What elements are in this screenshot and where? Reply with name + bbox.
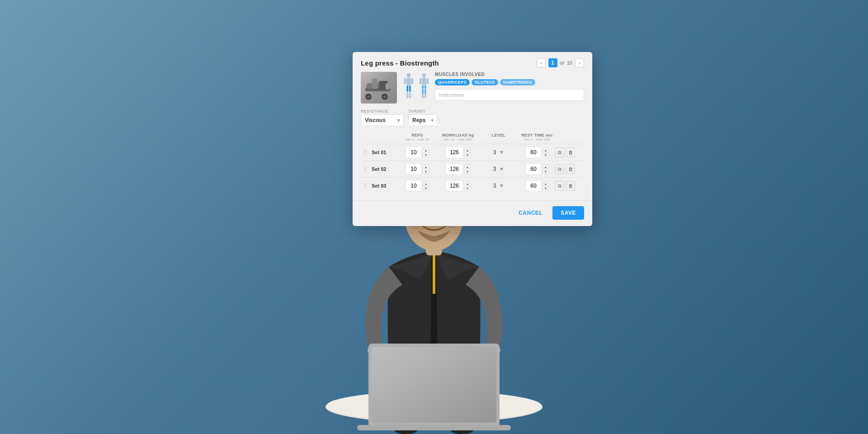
reps-btns-2: ▲ ▼ [423,165,429,174]
target-wrapper[interactable]: Reps Time [408,114,437,126]
set-row-2: ⠿ Set 02 10 ▲ ▼ 126 ▲ ▼ 3 ▼ 60 ▲ ▼ [361,160,584,177]
svg-rect-34 [422,78,426,85]
svg-rect-35 [420,78,422,84]
duplicate-btn-1[interactable]: ⧉ [555,147,564,157]
svg-rect-39 [422,89,424,94]
delete-btn-3[interactable]: 🗑 [566,181,575,191]
svg-rect-42 [425,94,426,98]
resistance-label: Resistance [361,109,404,113]
svg-rect-26 [406,78,410,85]
rest-spinner-1: 60 ▲ ▼ [519,146,555,158]
svg-rect-27 [404,78,406,84]
muscles-panel: Muscles involved QUADRICEPS GLUTEUS HAMS… [402,72,584,101]
svg-rect-37 [422,85,424,89]
exercise-image-inner [361,72,397,104]
svg-rect-38 [425,85,426,89]
workload-up-1[interactable]: ▲ [464,148,471,152]
reps-up-3[interactable]: ▲ [423,181,429,186]
rest-down-1[interactable]: ▼ [542,152,549,157]
reps-up-1[interactable]: ▲ [423,148,429,152]
pagination-prev-button[interactable]: ‹ [537,58,546,67]
delete-btn-1[interactable]: 🗑 [566,147,575,157]
workload-spinner-2: 126 ▲ ▼ [438,163,478,175]
delete-btn-2[interactable]: 🗑 [566,164,575,174]
drag-handle-1[interactable]: ⠿ [361,149,370,156]
exercise-info: Muscles involved QUADRICEPS GLUTEUS HAMS… [361,72,584,104]
reps-down-3[interactable]: ▼ [423,186,429,190]
modal-body: Muscles involved QUADRICEPS GLUTEUS HAMS… [353,72,592,200]
level-dropdown-2[interactable]: ▼ [499,166,504,172]
rest-down-2[interactable]: ▼ [542,169,549,174]
set-row-3: ⠿ Set 03 10 ▲ ▼ 126 ▲ ▼ 3 ▼ 60 ▲ ▼ [361,177,584,194]
set-label-3: Set 03 [370,183,397,189]
tag-hamstrings: HAMSTRINGS [500,79,535,85]
modal-title: Leg press - Biostrength [361,59,439,67]
workload-down-1[interactable]: ▼ [464,152,471,157]
svg-rect-32 [409,92,411,98]
level-dropdown-1[interactable]: ▼ [499,149,504,156]
resistance-select[interactable]: Viscous Pneumatic [361,114,404,126]
level-dropdown-3[interactable]: ▼ [499,183,504,189]
svg-rect-30 [409,85,411,92]
workload-up-3[interactable]: ▲ [464,181,471,186]
reps-btns-1: ▲ ▼ [423,148,429,157]
table-header: REPS min 1 - max 30 WORKLOAD kg min 24 -… [361,132,584,144]
reps-up-2[interactable]: ▲ [423,165,429,169]
pagination-of-label: of [560,60,564,66]
svg-rect-40 [425,89,426,94]
workload-down-3[interactable]: ▼ [464,186,471,190]
rest-value-1: 60 [525,146,542,158]
duplicate-btn-2[interactable]: ⧉ [555,164,564,174]
body-front-icon [402,73,415,100]
svg-point-21 [367,95,370,98]
svg-rect-24 [386,83,389,90]
rest-btns-2: ▲ ▼ [542,165,549,174]
duplicate-btn-3[interactable]: ⧉ [555,181,564,191]
workload-value-2: 126 [445,163,463,175]
pagination-current-page: 1 [548,58,557,67]
svg-rect-29 [406,85,408,92]
tag-gluteus: GLUTEUS [472,79,498,85]
col-level-header: LEVEL [478,133,519,142]
resistance-wrapper[interactable]: Viscous Pneumatic [361,114,404,126]
reps-down-2[interactable]: ▼ [423,169,429,174]
rest-up-2[interactable]: ▲ [542,165,549,169]
set-rows-container: ⠿ Set 01 10 ▲ ▼ 126 ▲ ▼ 3 ▼ 60 ▲ ▼ [361,144,584,194]
save-button[interactable]: SAVE [552,206,584,220]
rest-up-3[interactable]: ▲ [542,181,549,186]
col-workload-header: WORKLOAD kg min 24 - max 380 [438,133,478,142]
cancel-button[interactable]: CANCEL [514,207,547,219]
svg-rect-31 [406,92,408,98]
workload-down-2[interactable]: ▼ [464,169,471,174]
rest-value-3: 60 [525,180,542,192]
rest-spinner-2: 60 ▲ ▼ [519,163,555,175]
svg-rect-15 [357,425,511,430]
svg-rect-23 [372,79,377,89]
target-select[interactable]: Reps Time [408,114,437,126]
workload-up-2[interactable]: ▲ [464,165,471,169]
rest-down-3[interactable]: ▼ [542,186,549,190]
svg-point-33 [422,73,426,77]
rest-btns-1: ▲ ▼ [542,148,549,157]
workload-spinner-3: 126 ▲ ▼ [438,180,478,192]
rest-up-1[interactable]: ▲ [542,148,549,152]
svg-rect-14 [372,347,496,423]
modal-header: Leg press - Biostrength ‹ 1 of 10 › [353,52,592,72]
drag-handle-2[interactable]: ⠿ [361,166,370,173]
level-group-1: 3 ▼ [478,149,519,156]
drag-handle-3[interactable]: ⠿ [361,183,370,189]
set-label-1: Set 01 [370,150,397,155]
level-group-3: 3 ▼ [478,183,519,189]
pagination-total-pages: 10 [567,60,572,66]
col-reps-header: REPS min 1 - max 30 [397,133,438,142]
level-value-3: 3 [493,183,496,189]
pagination-next-button[interactable]: › [575,58,584,67]
exercise-image [361,72,397,104]
machine-illustration [363,74,395,101]
pagination-controls: ‹ 1 of 10 › [537,58,584,67]
muscle-tags: QUADRICEPS GLUTEUS HAMSTRINGS [435,79,584,85]
level-value-1: 3 [493,149,496,156]
workload-btns-2: ▲ ▼ [464,165,471,174]
reps-down-1[interactable]: ▼ [423,152,429,157]
instructions-field: Instructions [435,89,584,101]
